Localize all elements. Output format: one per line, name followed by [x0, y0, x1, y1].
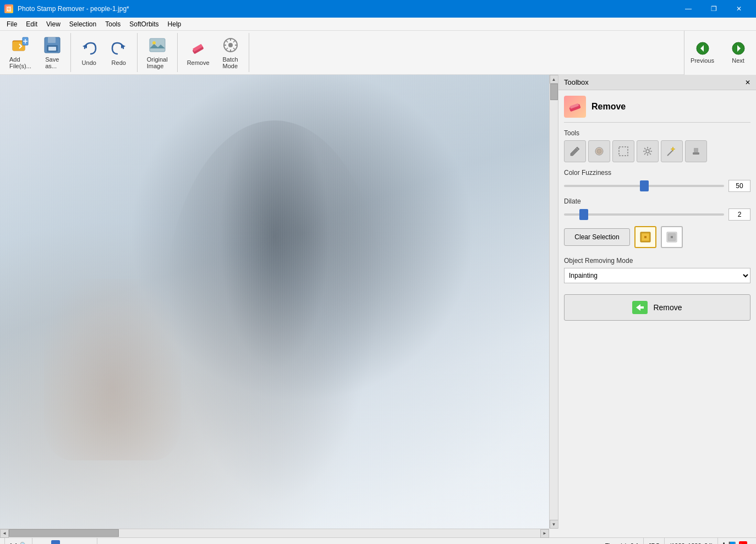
zoom-in-icon[interactable]: +: [89, 542, 92, 545]
image-display: [0, 75, 549, 529]
batch-mode-icon: [222, 36, 239, 54]
video-icon[interactable]: ▶: [739, 541, 747, 545]
close-button[interactable]: ✕: [726, 0, 752, 18]
next-icon: [732, 42, 745, 55]
original-image-button[interactable]: OriginalImage: [142, 34, 173, 72]
scroll-thumb-h[interactable]: [9, 529, 119, 537]
color-fuzziness-row: 50: [564, 180, 750, 192]
menu-help[interactable]: Help: [163, 19, 186, 29]
remove-header: Remove: [564, 96, 750, 123]
zoom-segment: 1:1 🔍: [4, 538, 32, 544]
svg-rect-8: [48, 47, 56, 51]
pencil-tool[interactable]: [564, 140, 586, 162]
selection-rect-icon-btn[interactable]: [634, 226, 656, 248]
zoom-out-icon[interactable]: −: [37, 542, 40, 545]
toolbox-panel: Toolbox ✕ Remove Tools: [558, 75, 756, 529]
clear-selection-button[interactable]: Clear Selection: [564, 228, 630, 246]
selection-row: Clear Selection: [564, 226, 750, 248]
toolbar: AddFile(s)... Saveas... Undo Redo: [0, 31, 756, 75]
batch-mode-button[interactable]: BatchMode: [217, 34, 244, 72]
redo-label: Redo: [112, 59, 126, 66]
color-fuzziness-slider[interactable]: [564, 185, 724, 187]
info-icon[interactable]: ℹ: [722, 541, 725, 545]
remove-button[interactable]: Remove: [182, 34, 215, 72]
redo-button[interactable]: Redo: [105, 34, 133, 72]
eraser-tool[interactable]: [588, 140, 610, 162]
scroll-thumb-v[interactable]: [550, 84, 558, 100]
dimensions-segment: (1920x1280x24): [665, 538, 718, 544]
v-scrollbar[interactable]: ▲ ▼: [549, 75, 558, 529]
selection-free-icon-btn[interactable]: [661, 226, 683, 248]
image-area[interactable]: [0, 75, 549, 529]
svg-rect-11: [150, 39, 165, 52]
dilate-value: 2: [728, 208, 750, 221]
format-value: JPG: [648, 542, 660, 545]
previous-icon: [696, 42, 709, 55]
add-files-icon: [12, 36, 29, 54]
svg-rect-35: [671, 236, 673, 238]
object-removing-mode-label: Object Removing Mode: [564, 257, 750, 265]
remove-tool-icon: [564, 96, 586, 118]
add-files-button[interactable]: AddFile(s)...: [4, 34, 36, 72]
minimize-button[interactable]: —: [676, 0, 701, 18]
svg-line-27: [667, 150, 673, 156]
dilate-slider[interactable]: [564, 213, 724, 216]
settings-tool[interactable]: [637, 140, 659, 162]
save-as-icon: [43, 36, 61, 54]
menu-selection[interactable]: Selection: [65, 19, 101, 29]
scroll-track-h[interactable]: [9, 529, 540, 537]
menu-edit[interactable]: Edit: [21, 19, 42, 29]
toolbox-header: Toolbox ✕: [558, 75, 756, 90]
toolbox-close-icon[interactable]: ✕: [745, 79, 750, 86]
scroll-right-arrow[interactable]: ►: [540, 529, 549, 538]
remove-btn-label: Remove: [653, 303, 682, 312]
ghost-figure: [165, 120, 384, 506]
maximize-button[interactable]: ❐: [701, 0, 726, 18]
svg-rect-25: [619, 147, 628, 156]
hand-shape: [44, 279, 182, 460]
window-controls: — ❐ ✕: [676, 0, 752, 18]
scroll-up-arrow[interactable]: ▲: [550, 75, 558, 84]
svg-rect-32: [644, 236, 647, 238]
scroll-track-v[interactable]: [550, 84, 558, 520]
mode-select-wrapper: Inpainting Texture Synthesis Smart Fill: [564, 268, 750, 283]
rect-select-tool[interactable]: [612, 140, 634, 162]
dilate-slider-container: [564, 209, 724, 220]
toolbox-content: Remove Tools: [558, 90, 756, 529]
zoom-value: 1:1: [9, 542, 18, 545]
h-scrollbar: ◄ ►: [0, 529, 549, 537]
next-button[interactable]: Next: [720, 31, 756, 75]
scroll-down-arrow[interactable]: ▼: [550, 520, 558, 529]
dilate-label: Dilate: [564, 197, 750, 205]
svg-point-24: [597, 149, 601, 153]
zoom-controls[interactable]: − +: [32, 538, 97, 544]
remove-action-button[interactable]: Remove: [564, 294, 750, 321]
share-icon[interactable]: 📘: [727, 541, 737, 545]
menu-bar: File Edit View Selection Tools SoftOrbit…: [0, 18, 756, 31]
svg-rect-6: [48, 37, 56, 43]
menu-tools[interactable]: Tools: [101, 19, 125, 29]
undo-label: Undo: [82, 59, 96, 66]
previous-button[interactable]: Previous: [684, 31, 720, 75]
remove-icon: [189, 40, 207, 57]
svg-rect-28: [693, 152, 699, 155]
mode-section: Object Removing Mode Inpainting Texture …: [564, 257, 750, 283]
next-label: Next: [732, 57, 744, 64]
add-files-label: AddFile(s)...: [9, 56, 31, 69]
menu-file[interactable]: File: [2, 19, 21, 29]
status-bar: 1:1 🔍 − + Time (s): 0.1 JPG (1920x1280x2…: [0, 537, 756, 544]
menu-view[interactable]: View: [42, 19, 65, 29]
magic-wand-tool[interactable]: [661, 140, 683, 162]
remove-btn-container: Remove: [564, 294, 750, 321]
mode-select[interactable]: Inpainting Texture Synthesis Smart Fill: [564, 268, 750, 283]
save-as-label: Saveas...: [45, 56, 59, 69]
scroll-left-arrow[interactable]: ◄: [0, 529, 9, 538]
menu-softorbits[interactable]: SoftOrbits: [125, 19, 163, 29]
undo-button[interactable]: Undo: [75, 34, 103, 72]
nav-buttons: Previous Next: [684, 31, 756, 75]
undo-icon: [80, 40, 98, 57]
remove-arrow-icon: [632, 301, 648, 314]
stamp-tool[interactable]: [685, 140, 707, 162]
color-fuzziness-label: Color Fuzziness: [564, 169, 750, 177]
save-as-button[interactable]: Saveas...: [39, 34, 66, 72]
